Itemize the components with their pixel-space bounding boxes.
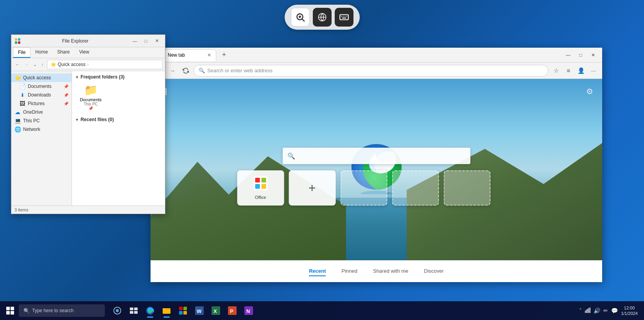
sidebar-item-network[interactable]: 🌐 Network	[11, 125, 72, 134]
newtab-search-box[interactable]: 🔍	[283, 148, 470, 164]
svg-rect-51	[587, 309, 588, 313]
svg-text:P: P	[230, 308, 233, 314]
sidebar-label-network: Network	[23, 127, 40, 132]
fe-minimize-button[interactable]: —	[130, 38, 140, 45]
speed-dial-empty-2[interactable]	[392, 170, 439, 206]
file-explorer-titlebar: File Explorer — □ ✕	[11, 35, 165, 47]
edge-new-tab-button[interactable]: +	[219, 50, 230, 61]
bottom-tab-discover[interactable]: Discover	[424, 266, 444, 276]
sidebar-item-downloads[interactable]: ⬇ Downloads 📌	[11, 91, 72, 99]
start-icon	[6, 307, 14, 315]
taskbar-app-task-view[interactable]	[126, 303, 142, 318]
tray-clock[interactable]: 12:00 1/1/2024	[621, 305, 638, 316]
zoom-in-button[interactable]	[291, 8, 310, 27]
tray-network-icon[interactable]	[585, 307, 590, 314]
edge-win-controls: — □ ✕	[562, 50, 599, 60]
bottom-tab-recent[interactable]: Recent	[309, 266, 326, 276]
taskbar-search[interactable]: 🔍 Type here to search	[19, 304, 105, 317]
svg-rect-52	[588, 308, 589, 313]
sidebar-item-quick-access[interactable]: ⭐ Quick access	[11, 73, 72, 82]
start-button[interactable]	[3, 304, 17, 318]
frequent-folders-arrow: ▼	[75, 75, 79, 79]
edge-bottom-tabs: Recent Pinned Shared with me Discover	[151, 260, 602, 282]
pictures-icon: 🖼	[19, 100, 25, 107]
svg-rect-14	[18, 41, 20, 44]
newtab-settings-button[interactable]: ⚙	[583, 85, 596, 98]
svg-rect-28	[255, 184, 260, 189]
svg-text:W: W	[197, 308, 202, 314]
nav-up-button[interactable]: ↑	[40, 61, 45, 68]
svg-rect-40	[183, 311, 187, 315]
sidebar-item-documents[interactable]: 📄 Documents 📌	[11, 82, 72, 91]
speed-dial-empty-1[interactable]	[340, 170, 387, 206]
fe-maximize-button[interactable]: □	[141, 38, 151, 45]
tray-chevron[interactable]: ˄	[579, 307, 582, 314]
bottom-tab-shared[interactable]: Shared with me	[373, 266, 408, 276]
taskbar-app-word[interactable]: W	[192, 303, 207, 318]
fe-content: ⭐ Quick access 📄 Documents 📌 ⬇ Downloads…	[11, 71, 165, 206]
collections-button[interactable]: ≡	[563, 65, 574, 76]
recent-files-header[interactable]: ▼ Recent files (0)	[75, 117, 162, 122]
svg-rect-5	[340, 15, 348, 20]
folder-documents[interactable]: 📁 Documents This PC 📌	[75, 82, 106, 112]
fe-close-button[interactable]: ✕	[152, 38, 162, 45]
status-text: 3 items	[14, 207, 28, 212]
edge-address-bar[interactable]: 🔍 Search or enter web address	[194, 65, 548, 77]
taskbar-apps: W X P N	[109, 303, 257, 318]
sidebar-label-pictures: Pictures	[28, 101, 45, 106]
breadcrumb-separator: ›	[87, 62, 89, 67]
sidebar-label-documents: Documents	[28, 84, 52, 89]
sidebar-item-this-pc[interactable]: 💻 This PC	[11, 116, 72, 125]
svg-rect-34	[130, 311, 133, 314]
breadcrumb[interactable]: ⭐ Quick access ›	[47, 60, 163, 69]
sidebar-item-pictures[interactable]: 🖼 Pictures 📌	[11, 99, 72, 108]
favorites-button[interactable]: ☆	[551, 65, 561, 76]
taskbar-app-explorer[interactable]	[159, 303, 174, 318]
breadcrumb-star-icon: ⭐	[50, 62, 56, 67]
nav-forward-button[interactable]: →	[23, 61, 30, 68]
bottom-tab-pinned[interactable]: Pinned	[341, 266, 357, 276]
edge-tab-label: New tab	[168, 52, 185, 58]
keyboard-button[interactable]	[335, 8, 353, 27]
edge-tab-close-button[interactable]: ✕	[207, 52, 211, 58]
tab-home[interactable]: Home	[30, 47, 52, 58]
fe-win-controls: — □ ✕	[130, 38, 162, 45]
edge-minimize-button[interactable]: —	[562, 50, 574, 60]
taskbar-app-excel[interactable]: X	[208, 303, 224, 318]
taskbar-app-edge[interactable]	[142, 303, 158, 318]
svg-rect-53	[590, 307, 590, 313]
taskbar-app-onenote[interactable]: N	[241, 303, 257, 318]
tray-volume-icon[interactable]: 🔊	[594, 307, 600, 314]
edge-forward-button[interactable]: →	[167, 65, 178, 76]
tab-file[interactable]: File	[13, 47, 30, 58]
tray-notification-icon[interactable]: 💬	[611, 307, 618, 314]
more-button[interactable]: ···	[588, 65, 599, 76]
fe-main-panel: ▼ Frequent folders (3) 📁 Documents This …	[72, 71, 165, 206]
speed-dial-empty-3[interactable]	[443, 170, 490, 206]
taskbar-app-cortana[interactable]	[109, 303, 125, 318]
frequent-folders-header[interactable]: ▼ Frequent folders (3)	[75, 74, 162, 80]
newtab-search-input[interactable]	[298, 153, 466, 159]
taskbar: 🔍 Type here to search	[0, 301, 644, 320]
remote-desktop-button[interactable]	[313, 8, 332, 27]
sidebar-item-onedrive[interactable]: ☁ OneDrive	[11, 108, 72, 116]
profile-button[interactable]: 👤	[576, 65, 587, 76]
tray-pen-icon[interactable]: ✏	[603, 307, 608, 314]
ribbon: File Home Share View	[11, 47, 165, 58]
taskbar-app-office[interactable]	[175, 303, 191, 318]
taskbar-app-powerpoint[interactable]: P	[224, 303, 240, 318]
titlebar-icons	[14, 38, 21, 44]
edge-close-button[interactable]: ✕	[587, 50, 599, 60]
nav-recent-button[interactable]: ⌄	[32, 61, 38, 68]
nav-back-button[interactable]: ←	[14, 61, 21, 68]
sidebar-label-this-pc: This PC	[23, 118, 40, 123]
documents-icon: 📄	[19, 83, 25, 89]
tab-view[interactable]: View	[74, 47, 94, 58]
edge-refresh-button[interactable]	[180, 65, 191, 76]
tab-share[interactable]: Share	[52, 47, 74, 58]
speed-dial-add[interactable]: +	[289, 170, 335, 206]
svg-rect-50	[586, 309, 587, 313]
speed-dial-office[interactable]: Office	[237, 170, 284, 206]
tray-date-text: 1/1/2024	[621, 311, 638, 316]
edge-maximize-button[interactable]: □	[575, 50, 587, 60]
